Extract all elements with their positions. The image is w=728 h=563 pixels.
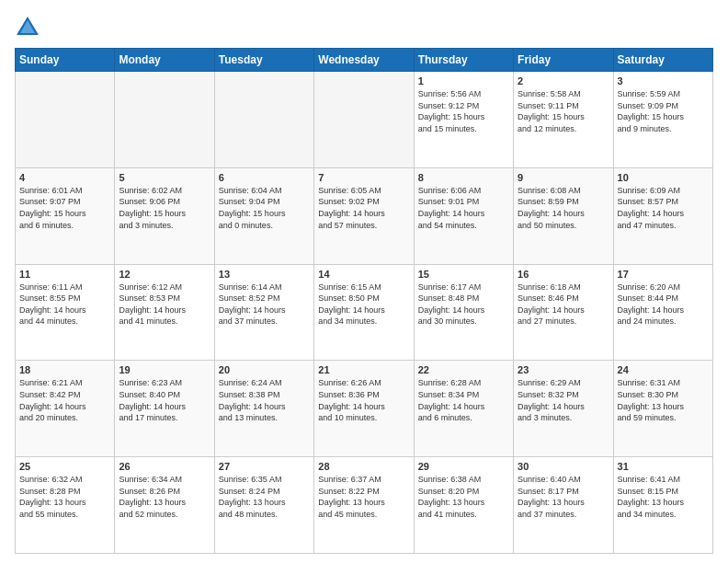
- day-number: 10: [618, 172, 709, 183]
- calendar-cell: 15Sunrise: 6:17 AM Sunset: 8:48 PM Dayli…: [414, 264, 513, 361]
- weekday-header-tuesday: Tuesday: [214, 49, 313, 72]
- day-info: Sunrise: 5:56 AM Sunset: 9:12 PM Dayligh…: [418, 88, 509, 134]
- day-number: 2: [518, 75, 609, 86]
- day-number: 24: [618, 364, 709, 375]
- calendar-cell: [115, 72, 214, 168]
- week-row-4: 18Sunrise: 6:21 AM Sunset: 8:42 PM Dayli…: [16, 361, 713, 457]
- day-number: 31: [618, 461, 709, 472]
- day-info: Sunrise: 6:40 AM Sunset: 8:17 PM Dayligh…: [518, 474, 609, 520]
- calendar-cell: 9Sunrise: 6:08 AM Sunset: 8:59 PM Daylig…: [514, 167, 613, 264]
- day-info: Sunrise: 6:32 AM Sunset: 8:28 PM Dayligh…: [19, 474, 110, 520]
- calendar-cell: 28Sunrise: 6:37 AM Sunset: 8:22 PM Dayli…: [314, 457, 414, 554]
- day-number: 4: [19, 172, 110, 183]
- logo: [15, 15, 44, 40]
- day-info: Sunrise: 5:58 AM Sunset: 9:11 PM Dayligh…: [518, 88, 609, 134]
- day-info: Sunrise: 6:04 AM Sunset: 9:04 PM Dayligh…: [219, 185, 310, 231]
- day-info: Sunrise: 6:01 AM Sunset: 9:07 PM Dayligh…: [19, 185, 110, 231]
- calendar-cell: 26Sunrise: 6:34 AM Sunset: 8:26 PM Dayli…: [115, 457, 214, 554]
- day-number: 9: [518, 172, 609, 183]
- day-info: Sunrise: 6:05 AM Sunset: 9:02 PM Dayligh…: [318, 185, 409, 231]
- weekday-header-monday: Monday: [115, 49, 214, 72]
- calendar-cell: 19Sunrise: 6:23 AM Sunset: 8:40 PM Dayli…: [115, 361, 214, 457]
- day-number: 28: [318, 461, 409, 472]
- day-number: 3: [618, 75, 709, 86]
- calendar-cell: 21Sunrise: 6:26 AM Sunset: 8:36 PM Dayli…: [314, 361, 414, 457]
- day-info: Sunrise: 6:38 AM Sunset: 8:20 PM Dayligh…: [418, 474, 509, 520]
- day-number: 12: [119, 269, 210, 280]
- day-info: Sunrise: 6:15 AM Sunset: 8:50 PM Dayligh…: [318, 282, 409, 327]
- day-info: Sunrise: 6:12 AM Sunset: 8:53 PM Dayligh…: [119, 282, 210, 327]
- day-info: Sunrise: 6:23 AM Sunset: 8:40 PM Dayligh…: [119, 377, 210, 423]
- calendar-cell: 3Sunrise: 5:59 AM Sunset: 9:09 PM Daylig…: [613, 72, 712, 168]
- calendar-cell: 24Sunrise: 6:31 AM Sunset: 8:30 PM Dayli…: [613, 361, 712, 457]
- day-number: 20: [219, 364, 310, 375]
- day-number: 25: [19, 461, 110, 472]
- calendar-cell: 29Sunrise: 6:38 AM Sunset: 8:20 PM Dayli…: [414, 457, 513, 554]
- day-info: Sunrise: 6:02 AM Sunset: 9:06 PM Dayligh…: [119, 185, 210, 231]
- calendar-cell: 6Sunrise: 6:04 AM Sunset: 9:04 PM Daylig…: [214, 167, 313, 264]
- header: [15, 15, 713, 40]
- calendar-cell: 14Sunrise: 6:15 AM Sunset: 8:50 PM Dayli…: [314, 264, 414, 361]
- day-number: 17: [618, 269, 709, 280]
- week-row-5: 25Sunrise: 6:32 AM Sunset: 8:28 PM Dayli…: [16, 457, 713, 554]
- day-number: 29: [418, 461, 509, 472]
- day-info: Sunrise: 6:31 AM Sunset: 8:30 PM Dayligh…: [618, 377, 709, 423]
- calendar-cell: 4Sunrise: 6:01 AM Sunset: 9:07 PM Daylig…: [16, 167, 115, 264]
- day-number: 14: [318, 269, 409, 280]
- week-row-1: 1Sunrise: 5:56 AM Sunset: 9:12 PM Daylig…: [16, 72, 713, 168]
- calendar-cell: 8Sunrise: 6:06 AM Sunset: 9:01 PM Daylig…: [414, 167, 513, 264]
- day-info: Sunrise: 6:08 AM Sunset: 8:59 PM Dayligh…: [518, 185, 609, 231]
- page: SundayMondayTuesdayWednesdayThursdayFrid…: [0, 0, 728, 563]
- calendar-cell: 12Sunrise: 6:12 AM Sunset: 8:53 PM Dayli…: [115, 264, 214, 361]
- day-info: Sunrise: 6:09 AM Sunset: 8:57 PM Dayligh…: [618, 185, 709, 231]
- day-number: 5: [119, 172, 210, 183]
- day-info: Sunrise: 6:41 AM Sunset: 8:15 PM Dayligh…: [618, 474, 709, 520]
- weekday-header-wednesday: Wednesday: [314, 49, 414, 72]
- day-number: 8: [418, 172, 509, 183]
- day-number: 21: [318, 364, 409, 375]
- day-info: Sunrise: 6:24 AM Sunset: 8:38 PM Dayligh…: [219, 377, 310, 423]
- day-info: Sunrise: 6:14 AM Sunset: 8:52 PM Dayligh…: [219, 282, 310, 327]
- calendar-cell: 16Sunrise: 6:18 AM Sunset: 8:46 PM Dayli…: [514, 264, 613, 361]
- calendar-cell: 13Sunrise: 6:14 AM Sunset: 8:52 PM Dayli…: [214, 264, 313, 361]
- day-info: Sunrise: 6:29 AM Sunset: 8:32 PM Dayligh…: [518, 377, 609, 423]
- weekday-header-row: SundayMondayTuesdayWednesdayThursdayFrid…: [16, 49, 713, 72]
- day-info: Sunrise: 6:37 AM Sunset: 8:22 PM Dayligh…: [318, 474, 409, 520]
- day-number: 30: [518, 461, 609, 472]
- calendar-cell: 18Sunrise: 6:21 AM Sunset: 8:42 PM Dayli…: [16, 361, 115, 457]
- weekday-header-saturday: Saturday: [613, 49, 712, 72]
- day-number: 11: [19, 269, 110, 280]
- day-number: 15: [418, 269, 509, 280]
- day-number: 13: [219, 269, 310, 280]
- calendar-table: SundayMondayTuesdayWednesdayThursdayFrid…: [15, 48, 713, 554]
- calendar-cell: 20Sunrise: 6:24 AM Sunset: 8:38 PM Dayli…: [214, 361, 313, 457]
- day-number: 22: [418, 364, 509, 375]
- calendar-cell: [314, 72, 414, 168]
- day-number: 16: [518, 269, 609, 280]
- calendar-cell: 27Sunrise: 6:35 AM Sunset: 8:24 PM Dayli…: [214, 457, 313, 554]
- week-row-3: 11Sunrise: 6:11 AM Sunset: 8:55 PM Dayli…: [16, 264, 713, 361]
- day-info: Sunrise: 6:35 AM Sunset: 8:24 PM Dayligh…: [219, 474, 310, 520]
- day-number: 1: [418, 75, 509, 86]
- calendar-cell: 23Sunrise: 6:29 AM Sunset: 8:32 PM Dayli…: [514, 361, 613, 457]
- day-info: Sunrise: 6:20 AM Sunset: 8:44 PM Dayligh…: [618, 282, 709, 327]
- calendar-cell: [214, 72, 313, 168]
- calendar-cell: 17Sunrise: 6:20 AM Sunset: 8:44 PM Dayli…: [613, 264, 712, 361]
- day-number: 23: [518, 364, 609, 375]
- weekday-header-sunday: Sunday: [16, 49, 115, 72]
- weekday-header-friday: Friday: [514, 49, 613, 72]
- logo-icon: [15, 15, 40, 40]
- day-info: Sunrise: 6:26 AM Sunset: 8:36 PM Dayligh…: [318, 377, 409, 423]
- day-number: 6: [219, 172, 310, 183]
- weekday-header-thursday: Thursday: [414, 49, 513, 72]
- day-info: Sunrise: 6:11 AM Sunset: 8:55 PM Dayligh…: [19, 282, 110, 327]
- calendar-cell: 7Sunrise: 6:05 AM Sunset: 9:02 PM Daylig…: [314, 167, 414, 264]
- calendar-cell: [16, 72, 115, 168]
- day-info: Sunrise: 6:18 AM Sunset: 8:46 PM Dayligh…: [518, 282, 609, 327]
- day-number: 19: [119, 364, 210, 375]
- day-number: 7: [318, 172, 409, 183]
- calendar-cell: 25Sunrise: 6:32 AM Sunset: 8:28 PM Dayli…: [16, 457, 115, 554]
- day-info: Sunrise: 6:17 AM Sunset: 8:48 PM Dayligh…: [418, 282, 509, 327]
- day-info: Sunrise: 6:06 AM Sunset: 9:01 PM Dayligh…: [418, 185, 509, 231]
- calendar-cell: 22Sunrise: 6:28 AM Sunset: 8:34 PM Dayli…: [414, 361, 513, 457]
